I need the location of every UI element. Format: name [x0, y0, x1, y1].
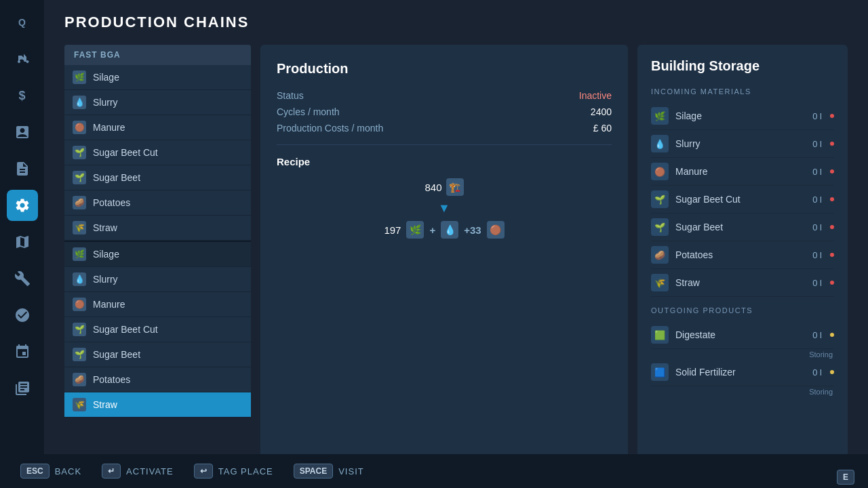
storage-potatoes-value: 0 l — [812, 250, 822, 260]
list-item-label: Sugar Beet — [93, 349, 140, 360]
recipe-inputs: 197 🌿 + 💧 +33 🟤 — [384, 221, 504, 239]
sidebar-item-help[interactable] — [7, 373, 38, 404]
storage-solidfertilizer-dot — [830, 370, 834, 374]
visit-key: SPACE — [294, 464, 333, 479]
storage-digestate: 🟩 Digestate 0 l — [651, 321, 834, 349]
recipe-output-amount: 840 — [425, 182, 441, 193]
sugarbeetcut-icon-1: 🌱 — [73, 146, 86, 159]
slurry-icon-2: 💧 — [73, 272, 86, 286]
list-item-manure-2[interactable]: 🟤 Manure — [64, 292, 251, 317]
storage-silage-name: Silage — [675, 110, 806, 121]
list-panel: FAST BGA 🌿 Silage 💧 Slurry 🟤 Manure 🌱 Su… — [64, 45, 251, 474]
storage-sugarbeetcut-dot — [830, 197, 834, 201]
list-item-label: Manure — [93, 122, 125, 133]
manure-icon-2: 🟤 — [73, 298, 86, 311]
sidebar: Q $ — [0, 0, 44, 488]
recipe-input1-amount: 197 — [384, 224, 401, 236]
list-item-label: Silage — [93, 249, 119, 260]
list-item-label: Sugar Beet Cut — [93, 147, 158, 158]
recipe-input1-icon: 🌿 — [406, 221, 424, 239]
sidebar-item-q[interactable]: Q — [7, 7, 38, 38]
digestate-storing: Storing — [651, 350, 834, 359]
content-area: FAST BGA 🌿 Silage 💧 Slurry 🟤 Manure 🌱 Su… — [64, 45, 848, 474]
storage-silage-value: 0 l — [812, 111, 822, 121]
list-item-manure-1[interactable]: 🟤 Manure — [64, 115, 251, 140]
list-item-sugarbeet-1[interactable]: 🌱 Sugar Beet — [64, 165, 251, 190]
list-item-label: Silage — [93, 72, 119, 83]
storage-sugarbeet-icon: 🌱 — [651, 218, 669, 236]
list-item-label: Straw — [93, 399, 117, 410]
list-item-sugarbeet-2[interactable]: 🌱 Sugar Beet — [64, 342, 251, 367]
straw-icon-2: 🌾 — [73, 398, 86, 411]
recipe-output-icon: 🏗️ — [446, 178, 464, 196]
costs-value: £ 60 — [593, 123, 612, 134]
list-item-label: Potatoes — [93, 197, 130, 208]
list-item-label: Potatoes — [93, 374, 130, 385]
sidebar-item-map[interactable] — [7, 226, 38, 258]
list-section-header: FAST BGA — [64, 45, 251, 65]
costs-label: Production Costs / month — [277, 123, 383, 134]
status-row: Status Inactive — [277, 90, 612, 101]
sidebar-item-network[interactable] — [7, 336, 38, 367]
storage-manure-value: 0 l — [812, 167, 822, 177]
costs-row: Production Costs / month £ 60 — [277, 123, 612, 134]
storage-sugarbeet-name: Sugar Beet — [675, 222, 806, 232]
list-item-potatoes-2[interactable]: 🥔 Potatoes — [64, 367, 251, 392]
main-area: PRODUCTION CHAINS FAST BGA 🌿 Silage 💧 Sl… — [44, 0, 868, 488]
storage-sugarbeetcut-value: 0 l — [812, 195, 822, 205]
manure-icon-1: 🟤 — [73, 121, 86, 134]
storage-silage-icon: 🌿 — [651, 107, 669, 125]
storage-slurry-name: Slurry — [675, 138, 806, 149]
recipe-title: Recipe — [277, 156, 612, 167]
plus-2: +33 — [464, 224, 481, 236]
storage-solidfertilizer: 🟦 Solid Fertilizer 0 l — [651, 359, 834, 386]
potatoes-icon-2: 🥔 — [73, 373, 86, 386]
storage-sugarbeetcut-name: Sugar Beet Cut — [675, 194, 806, 205]
sidebar-item-animals[interactable] — [7, 117, 38, 148]
storage-sugarbeet-value: 0 l — [812, 222, 822, 232]
sidebar-item-vehicles[interactable] — [7, 263, 38, 294]
storage-slurry: 💧 Slurry 0 l — [651, 130, 834, 158]
recipe-input2-icon: 💧 — [441, 221, 458, 239]
list-item-silage-1[interactable]: 🌿 Silage — [64, 65, 251, 90]
tagplace-label: TAG PLACE — [218, 466, 273, 476]
list-item-straw-2[interactable]: 🌾 Straw — [64, 392, 251, 418]
straw-icon-1: 🌾 — [73, 221, 86, 235]
list-item-potatoes-1[interactable]: 🥔 Potatoes — [64, 190, 251, 216]
storage-straw-value: 0 l — [812, 278, 822, 288]
activate-action: ↵ ACTIVATE — [102, 464, 174, 479]
storage-silage: 🌿 Silage 0 l — [651, 102, 834, 130]
list-item-label: Straw — [93, 222, 117, 233]
status-value: Inactive — [579, 90, 612, 101]
production-panel: Production Status Inactive Cycles / mont… — [260, 45, 628, 474]
activate-label: ACTIVATE — [126, 466, 174, 476]
storage-title: Building Storage — [651, 58, 834, 74]
list-item-slurry-2[interactable]: 💧 Slurry — [64, 267, 251, 292]
list-item-sugarbeetcut-2[interactable]: 🌱 Sugar Beet Cut — [64, 317, 251, 342]
list-item-sugarbeetcut-1[interactable]: 🌱 Sugar Beet Cut — [64, 140, 251, 165]
list-items-group1: 🌿 Silage 💧 Slurry 🟤 Manure 🌱 Sugar Beet … — [64, 65, 251, 418]
outgoing-title: OUTGOING PRODUCTS — [651, 306, 834, 314]
esc-label: BACK — [55, 466, 81, 476]
list-item-straw-1[interactable]: 🌾 Straw — [64, 216, 251, 241]
divider — [277, 144, 612, 145]
solidfertilizer-storing: Storing — [651, 388, 834, 396]
sugarbeetcut-icon-2: 🌱 — [73, 323, 86, 336]
tagplace-key: ↩ — [194, 464, 213, 479]
storage-silage-dot — [830, 114, 834, 118]
storage-sugarbeet-dot — [830, 225, 834, 229]
esc-action: ESC BACK — [20, 464, 81, 479]
recipe-arrow: ▼ — [438, 201, 450, 216]
storage-digestate-icon: 🟩 — [651, 326, 669, 344]
recipe-output: 840 🏗️ — [425, 178, 463, 196]
storage-manure-dot — [830, 169, 834, 174]
sidebar-item-contracts[interactable] — [7, 153, 38, 184]
list-item-silage-2[interactable]: 🌿 Silage — [64, 241, 251, 267]
sidebar-item-economy[interactable]: $ — [7, 80, 38, 111]
production-title: Production — [277, 61, 612, 77]
list-item-slurry-1[interactable]: 💧 Slurry — [64, 90, 251, 115]
sidebar-item-tractor[interactable] — [7, 43, 38, 75]
sidebar-item-settings[interactable] — [7, 300, 38, 331]
sidebar-item-production[interactable] — [7, 190, 38, 221]
storage-slurry-dot — [830, 142, 834, 146]
